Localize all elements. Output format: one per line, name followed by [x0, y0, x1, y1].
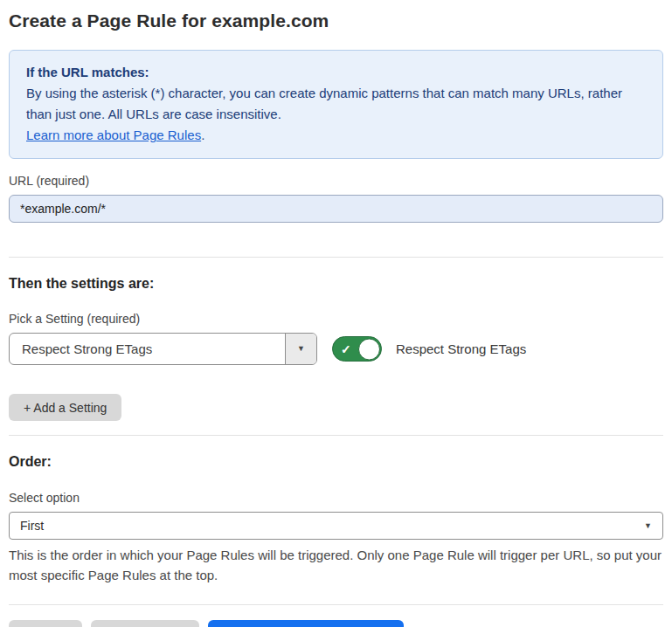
toggle-group: ✓ Respect Strong ETags: [332, 336, 526, 362]
page-rule-form: Create a Page Rule for example.com If th…: [0, 0, 672, 627]
footer-divider: [9, 604, 663, 605]
etags-toggle[interactable]: ✓: [332, 336, 382, 362]
save-draft-button[interactable]: Save as Draft: [91, 620, 200, 627]
setting-dropdown-value: Respect Strong ETags: [10, 334, 285, 364]
toggle-knob: [358, 338, 380, 360]
footer-actions: Cancel Save as Draft Save and Deploy Pag…: [9, 620, 663, 627]
order-select-label: Select option: [9, 491, 663, 505]
info-heading: If the URL matches:: [26, 62, 646, 83]
url-field-label: URL (required): [9, 174, 663, 188]
section-divider: [9, 435, 663, 436]
setting-dropdown[interactable]: Respect Strong ETags ▼: [9, 333, 317, 365]
info-body-text: By using the asterisk (*) character, you…: [26, 83, 646, 125]
pick-setting-label: Pick a Setting (required): [9, 312, 663, 326]
link-period: .: [201, 127, 204, 142]
order-section-heading: Order:: [9, 454, 663, 470]
order-select-value: First: [20, 519, 44, 533]
learn-more-link[interactable]: Learn more about Page Rules: [26, 127, 201, 142]
url-match-info-callout: If the URL matches: By using the asteris…: [9, 50, 663, 159]
info-link-line: Learn more about Page Rules.: [26, 125, 646, 146]
add-setting-button[interactable]: + Add a Setting: [9, 394, 121, 421]
section-divider: [9, 257, 663, 258]
check-icon: ✓: [341, 341, 351, 355]
order-help-text: This is the order in which your Page Rul…: [9, 545, 663, 585]
save-deploy-button[interactable]: Save and Deploy Page Rule: [208, 620, 404, 627]
settings-section-heading: Then the settings are:: [9, 276, 663, 292]
cancel-button[interactable]: Cancel: [9, 620, 82, 627]
url-input[interactable]: [9, 195, 663, 223]
order-select[interactable]: First ▼: [9, 512, 663, 540]
setting-row: Respect Strong ETags ▼ ✓ Respect Strong …: [9, 333, 663, 365]
setting-dropdown-button[interactable]: ▼: [285, 334, 316, 364]
page-title: Create a Page Rule for example.com: [9, 10, 663, 31]
chevron-down-icon: ▼: [297, 345, 305, 353]
toggle-label: Respect Strong ETags: [396, 341, 526, 356]
chevron-down-icon: ▼: [644, 522, 652, 530]
